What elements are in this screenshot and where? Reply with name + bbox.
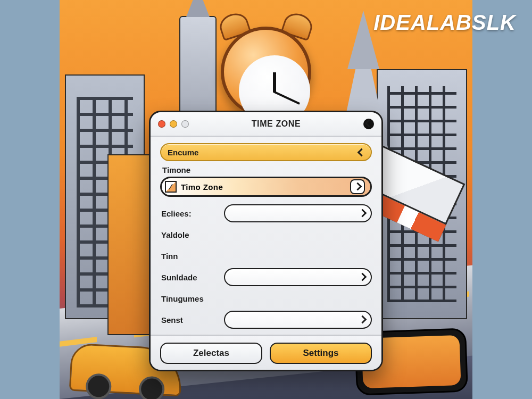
brand-logo: IDEALABSLK [373,11,516,35]
panel-footer: Zelectas Settings [151,335,381,370]
setting-dropdown[interactable] [224,268,372,286]
chevron-right-icon [350,179,365,194]
setting-label: Tinn [160,252,224,261]
panel-title: Time Zone [194,119,358,129]
zoom-dot-icon[interactable] [181,120,189,128]
panel-body: Encume Timone ∕ Timo Zone Ecliees:Yaldol… [151,137,381,335]
timezone-settings-panel: Time Zone Encume Timone ∕ Timo Zone Ecli… [149,111,383,371]
titlebar: Time Zone [151,112,381,137]
close-button[interactable] [363,119,374,129]
settings-button[interactable]: Settings [270,343,372,364]
spacer [224,289,372,307]
close-dot-icon[interactable] [158,120,165,128]
setting-dropdown[interactable] [224,204,372,222]
checkbox-checked-icon[interactable]: ∕ [165,181,177,193]
window-controls[interactable] [158,120,189,128]
setting-label: Tinugumes [160,294,224,303]
setting-label: Ecliees: [160,209,224,218]
chevron-right-icon [360,272,365,282]
chevron-left-icon [366,120,372,128]
setting-label: Senst [160,315,224,325]
alarm-clock-icon [215,11,317,128]
minimize-dot-icon[interactable] [170,120,177,128]
setting-label: Yaldole [160,230,224,239]
phone-label: ANCHTE [430,375,455,382]
chevron-right-icon [360,315,365,325]
timezone-select[interactable]: ∕ Timo Zone [160,177,372,197]
field-label-timone: Timone [160,161,372,177]
section-header-encume[interactable]: Encume [160,143,372,161]
spacer [224,247,372,265]
chevron-left-icon [359,148,364,157]
button-label: Zelectas [193,348,229,359]
setting-label: Sunldade [160,273,224,282]
button-label: Settings [303,348,338,359]
timezone-select-value: Timo Zone [181,182,223,192]
settings-list: Ecliees:YaldoleTinnSunldadeTinugumesSens… [160,204,372,335]
chevron-right-icon [360,209,365,218]
spacer [224,226,372,244]
section-header-label: Encume [168,148,198,157]
zelectas-button[interactable]: Zelectas [160,343,262,364]
setting-dropdown[interactable] [224,311,372,329]
